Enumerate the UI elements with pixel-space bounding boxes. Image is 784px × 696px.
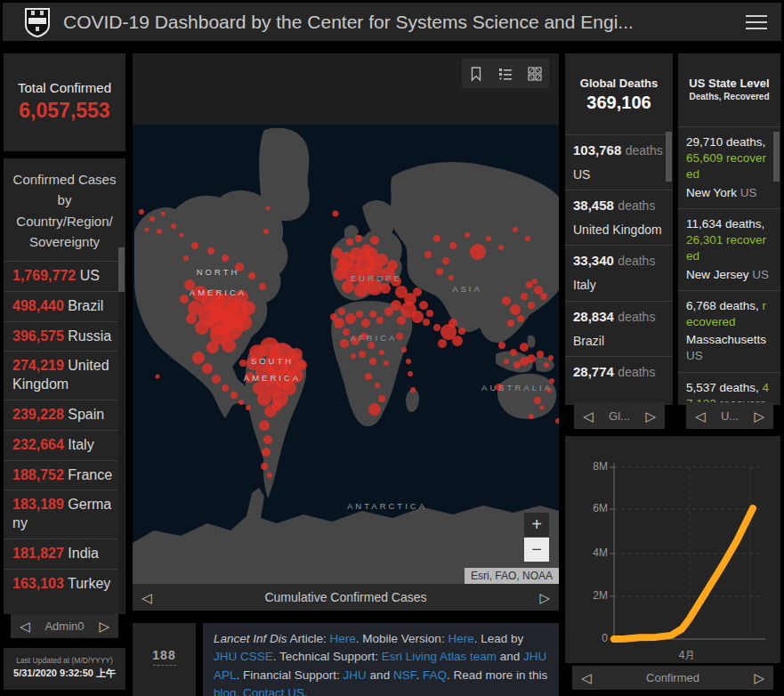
case-dot (534, 397, 541, 404)
deaths-row[interactable]: 28,774 deaths (565, 356, 673, 387)
country-name: Italy (68, 437, 93, 452)
region-count-divider (153, 665, 176, 666)
country-row[interactable]: 274,219 United Kingdom (4, 351, 125, 400)
state-row[interactable]: 29,710 deaths, 65,609 recovered New York… (678, 126, 780, 208)
info-link[interactable]: FAQ (423, 668, 447, 682)
case-dot (408, 371, 413, 376)
page-title: COVID-19 Dashboard by the Center for Sys… (63, 12, 634, 33)
state-deaths: 11,634 deaths, (686, 217, 764, 231)
label-australia: AUSTRALIA (481, 383, 553, 393)
scrollbar-thumb[interactable] (666, 132, 672, 182)
us-state-level-panel: US State Level Deaths, Recovered 29,710 … (678, 53, 780, 405)
country-row[interactable]: 396,575 Russia (4, 321, 125, 352)
world-map[interactable]: NORTH AMERICA EUROPE ASIA AFRICA SOUTH A… (133, 125, 559, 584)
prev-arrow-icon[interactable]: ◁ (695, 409, 706, 423)
state-row[interactable]: 11,634 deaths, 26,301 recovered New Jers… (678, 208, 780, 290)
case-dot (186, 313, 197, 324)
map-attribution: Esri, FAO, NOAA (465, 568, 559, 584)
deaths-row[interactable]: 103,768 deaths US (565, 134, 673, 190)
case-dot (262, 448, 271, 457)
legend-list-icon[interactable] (497, 66, 513, 82)
case-dot (438, 339, 447, 348)
case-dot (351, 353, 356, 359)
next-arrow-icon[interactable]: ▷ (754, 409, 764, 423)
case-dot (375, 383, 380, 388)
prev-arrow-icon[interactable]: ◁ (581, 671, 592, 684)
basemap-grid-icon[interactable] (527, 66, 543, 82)
country-row[interactable]: 239,228 Spain (4, 400, 125, 430)
deaths-row[interactable]: 38,458 deaths United Kingdom (565, 190, 673, 245)
state-row[interactable]: 6,768 deaths, recovered Massachusetts US (678, 290, 780, 372)
country-row[interactable]: 163,103 Turkey (4, 569, 125, 599)
case-count: 163,103 (12, 576, 64, 591)
deaths-word: deaths (618, 310, 655, 324)
country-name: US (80, 268, 100, 283)
info-link[interactable]: Esri Living Atlas team (382, 650, 497, 663)
case-dot (368, 342, 375, 349)
case-dot (246, 405, 251, 410)
info-text-run: and (367, 668, 393, 682)
map-panel[interactable]: NORTH AMERICA EUROPE ASIA AFRICA SOUTH A… (133, 53, 559, 584)
label-south-america: SOUTH (251, 356, 294, 366)
info-link[interactable]: JHU (344, 668, 367, 682)
label-antarctica: ANTARCTICA (347, 501, 427, 511)
info-link[interactable]: Contact US (243, 686, 304, 696)
deaths-row[interactable]: 33,340 deaths Italy (565, 245, 673, 300)
state-row[interactable]: 5,537 deaths, 47,133 recovered (678, 372, 780, 405)
case-dot (222, 338, 236, 352)
case-dot (411, 311, 424, 323)
case-dot (424, 251, 432, 258)
case-dot (212, 375, 221, 384)
prev-arrow-icon[interactable]: ◁ (583, 409, 594, 423)
case-dot (534, 286, 543, 295)
hamburger-menu-icon[interactable] (746, 15, 767, 29)
case-dot (282, 381, 296, 395)
state-recovered: 26,301 recovered (686, 233, 766, 263)
case-dot (380, 283, 391, 294)
next-arrow-icon[interactable]: ▷ (539, 591, 550, 604)
info-text-run: . (237, 686, 244, 696)
zoom-out-button[interactable]: − (524, 538, 549, 562)
info-link[interactable]: NSF (393, 668, 416, 682)
country-row[interactable]: 1,769,772 US (4, 261, 125, 291)
case-dot (263, 229, 269, 234)
us-state-pager-label: U... (706, 409, 755, 423)
info-link[interactable]: Here (330, 632, 356, 645)
scrollbar-track[interactable] (118, 247, 125, 612)
us-state-pager: ◁ U... ▷ (686, 402, 773, 429)
case-dot (359, 351, 366, 358)
zoom-in-button[interactable]: + (524, 513, 549, 537)
country-row[interactable]: 181,827 India (4, 538, 125, 569)
case-dot (419, 301, 428, 310)
country-row[interactable]: 498,440 Brazil (4, 291, 125, 321)
y-tick-label: 0 (570, 632, 608, 644)
prev-arrow-icon[interactable]: ◁ (20, 619, 30, 633)
info-text-run: and (497, 650, 523, 663)
case-dot (413, 287, 422, 296)
label-north-america2: AMERICA (190, 287, 247, 297)
info-link[interactable]: blog (214, 686, 237, 696)
case-count: 181,827 (12, 546, 64, 561)
bookmark-icon[interactable] (468, 66, 484, 82)
case-dot (206, 341, 219, 353)
case-dot (145, 228, 150, 232)
info-link[interactable]: JHU CSSE (214, 650, 273, 663)
country-row[interactable]: 188,752 France (4, 460, 125, 490)
next-arrow-icon[interactable]: ▷ (754, 671, 764, 684)
country-name: France (68, 467, 112, 482)
country-row[interactable]: 183,189 Germany (4, 490, 125, 538)
global-deaths-total: 369,106 (565, 93, 673, 113)
case-dot (222, 384, 229, 392)
scrollbar-thumb[interactable] (118, 247, 125, 292)
last-updated-label: Last Updated at (M/D/YYYY) (4, 656, 125, 665)
us-state-subtitle: Deaths, Recovered (678, 92, 780, 101)
deaths-word: deaths (618, 198, 655, 213)
scrollbar-thumb[interactable] (773, 132, 780, 182)
deaths-word: deaths (618, 254, 655, 268)
next-arrow-icon[interactable]: ▷ (645, 409, 656, 423)
deaths-row[interactable]: 28,834 deaths Brazil (565, 301, 673, 356)
prev-arrow-icon[interactable]: ◁ (141, 591, 152, 604)
next-arrow-icon[interactable]: ▷ (99, 619, 109, 633)
country-row[interactable]: 232,664 Italy (4, 430, 125, 460)
info-link[interactable]: Here (448, 632, 473, 645)
